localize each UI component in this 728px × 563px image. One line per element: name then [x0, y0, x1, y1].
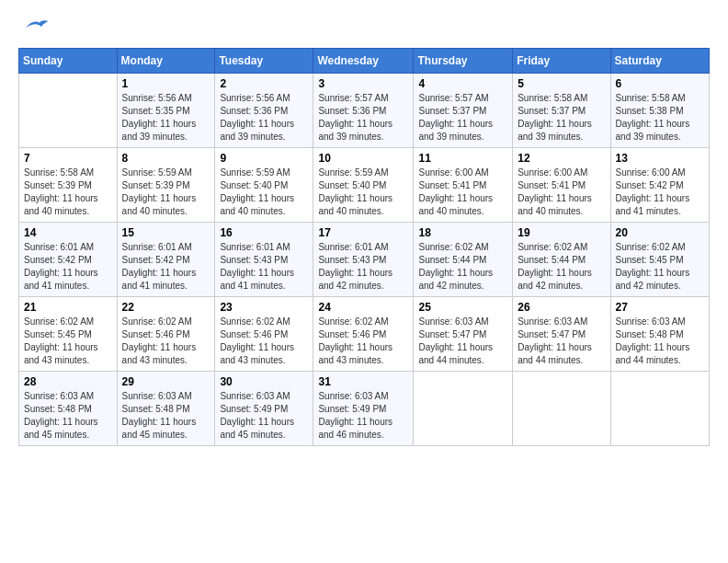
calendar-cell: 13 Sunrise: 6:00 AMSunset: 5:42 PMDaylig…: [610, 148, 709, 223]
day-info: Sunrise: 6:01 AMSunset: 5:42 PMDaylight:…: [24, 241, 112, 293]
day-number: 10: [318, 152, 408, 165]
day-number: 19: [518, 226, 605, 239]
calendar-cell: 29 Sunrise: 6:03 AMSunset: 5:48 PMDaylig…: [117, 372, 215, 446]
calendar-cell: 23 Sunrise: 6:02 AMSunset: 5:46 PMDaylig…: [215, 297, 313, 372]
day-info: Sunrise: 6:03 AMSunset: 5:49 PMDaylight:…: [318, 390, 408, 442]
day-info: Sunrise: 5:57 AMSunset: 5:37 PMDaylight:…: [418, 92, 507, 144]
day-number: 11: [418, 152, 507, 165]
day-info: Sunrise: 6:03 AMSunset: 5:48 PMDaylight:…: [122, 390, 210, 442]
calendar-cell: 2 Sunrise: 5:56 AMSunset: 5:36 PMDayligh…: [215, 74, 313, 148]
calendar-cell: 20 Sunrise: 6:02 AMSunset: 5:45 PMDaylig…: [610, 223, 709, 297]
day-number: 20: [616, 226, 704, 239]
day-number: 8: [122, 152, 210, 165]
calendar-cell: 17 Sunrise: 6:01 AMSunset: 5:43 PMDaylig…: [313, 223, 414, 297]
day-number: 21: [24, 301, 112, 314]
calendar-cell: 16 Sunrise: 6:01 AMSunset: 5:43 PMDaylig…: [215, 223, 313, 297]
day-info: Sunrise: 5:57 AMSunset: 5:36 PMDaylight:…: [318, 92, 408, 144]
day-info: Sunrise: 6:00 AMSunset: 5:41 PMDaylight:…: [518, 167, 605, 218]
header-sunday: Sunday: [19, 49, 118, 74]
day-number: 18: [418, 226, 507, 239]
day-info: Sunrise: 5:58 AMSunset: 5:38 PMDaylight:…: [616, 92, 704, 144]
day-number: 29: [122, 375, 210, 388]
day-number: 3: [318, 77, 408, 90]
day-info: Sunrise: 6:02 AMSunset: 5:46 PMDaylight:…: [220, 316, 308, 367]
day-info: Sunrise: 6:03 AMSunset: 5:47 PMDaylight:…: [418, 316, 507, 367]
header-monday: Monday: [117, 49, 215, 74]
calendar-week-row: 7 Sunrise: 5:58 AMSunset: 5:39 PMDayligh…: [19, 148, 710, 223]
day-number: 25: [418, 301, 507, 314]
day-number: 16: [220, 226, 308, 239]
day-info: Sunrise: 6:03 AMSunset: 5:48 PMDaylight:…: [616, 316, 704, 367]
day-number: 30: [220, 375, 308, 388]
day-number: 14: [24, 226, 112, 239]
calendar-cell: 3 Sunrise: 5:57 AMSunset: 5:36 PMDayligh…: [313, 74, 414, 148]
day-number: 26: [518, 301, 605, 314]
calendar-week-row: 28 Sunrise: 6:03 AMSunset: 5:48 PMDaylig…: [19, 372, 710, 446]
logo-bird-icon: [22, 16, 50, 32]
calendar-cell: 11 Sunrise: 6:00 AMSunset: 5:41 PMDaylig…: [414, 148, 513, 223]
day-number: 2: [220, 77, 308, 90]
day-number: 9: [220, 152, 308, 165]
calendar-cell: 7 Sunrise: 5:58 AMSunset: 5:39 PMDayligh…: [19, 148, 118, 223]
day-number: 6: [616, 77, 704, 90]
calendar-cell: 22 Sunrise: 6:02 AMSunset: 5:46 PMDaylig…: [117, 297, 215, 372]
calendar-cell: 8 Sunrise: 5:59 AMSunset: 5:39 PMDayligh…: [117, 148, 215, 223]
calendar-cell: 31 Sunrise: 6:03 AMSunset: 5:49 PMDaylig…: [313, 372, 414, 446]
day-info: Sunrise: 5:56 AMSunset: 5:35 PMDaylight:…: [122, 92, 210, 144]
calendar-cell: 25 Sunrise: 6:03 AMSunset: 5:47 PMDaylig…: [414, 297, 513, 372]
calendar-cell: 30 Sunrise: 6:03 AMSunset: 5:49 PMDaylig…: [215, 372, 313, 446]
day-info: Sunrise: 6:03 AMSunset: 5:47 PMDaylight:…: [518, 316, 605, 367]
calendar-cell: 9 Sunrise: 5:59 AMSunset: 5:40 PMDayligh…: [215, 148, 313, 223]
calendar-cell: 21 Sunrise: 6:02 AMSunset: 5:45 PMDaylig…: [19, 297, 118, 372]
day-info: Sunrise: 6:01 AMSunset: 5:42 PMDaylight:…: [122, 241, 210, 293]
day-info: Sunrise: 6:02 AMSunset: 5:45 PMDaylight:…: [24, 316, 112, 367]
day-number: 23: [220, 301, 308, 314]
day-info: Sunrise: 6:02 AMSunset: 5:45 PMDaylight:…: [616, 241, 704, 293]
calendar-cell: 5 Sunrise: 5:58 AMSunset: 5:37 PMDayligh…: [513, 74, 610, 148]
calendar-cell: 4 Sunrise: 5:57 AMSunset: 5:37 PMDayligh…: [414, 74, 513, 148]
day-info: Sunrise: 6:00 AMSunset: 5:42 PMDaylight:…: [616, 167, 704, 218]
day-info: Sunrise: 6:02 AMSunset: 5:44 PMDaylight:…: [418, 241, 507, 293]
day-number: 27: [616, 301, 704, 314]
calendar-cell: 26 Sunrise: 6:03 AMSunset: 5:47 PMDaylig…: [513, 297, 610, 372]
day-number: 1: [122, 77, 210, 90]
day-number: 12: [518, 152, 605, 165]
calendar-cell: 19 Sunrise: 6:02 AMSunset: 5:44 PMDaylig…: [513, 223, 610, 297]
day-info: Sunrise: 6:02 AMSunset: 5:46 PMDaylight:…: [318, 316, 408, 367]
calendar-cell: 14 Sunrise: 6:01 AMSunset: 5:42 PMDaylig…: [19, 223, 118, 297]
day-info: Sunrise: 5:58 AMSunset: 5:37 PMDaylight:…: [518, 92, 605, 144]
day-info: Sunrise: 5:59 AMSunset: 5:40 PMDaylight:…: [220, 167, 308, 218]
calendar-cell: 24 Sunrise: 6:02 AMSunset: 5:46 PMDaylig…: [313, 297, 414, 372]
day-number: 13: [616, 152, 704, 165]
calendar-cell: 6 Sunrise: 5:58 AMSunset: 5:38 PMDayligh…: [610, 74, 709, 148]
day-number: 7: [24, 152, 112, 165]
calendar-cell: [414, 372, 513, 446]
day-info: Sunrise: 6:02 AMSunset: 5:46 PMDaylight:…: [122, 316, 210, 367]
day-info: Sunrise: 5:59 AMSunset: 5:40 PMDaylight:…: [318, 167, 408, 218]
calendar-week-row: 1 Sunrise: 5:56 AMSunset: 5:35 PMDayligh…: [19, 74, 710, 148]
header-thursday: Thursday: [414, 49, 513, 74]
calendar-cell: [19, 74, 118, 148]
day-number: 22: [122, 301, 210, 314]
day-info: Sunrise: 5:58 AMSunset: 5:39 PMDaylight:…: [24, 167, 112, 218]
day-info: Sunrise: 6:01 AMSunset: 5:43 PMDaylight:…: [318, 241, 408, 293]
logo: [18, 18, 50, 39]
day-info: Sunrise: 5:59 AMSunset: 5:39 PMDaylight:…: [122, 167, 210, 218]
header-tuesday: Tuesday: [215, 49, 313, 74]
day-info: Sunrise: 6:03 AMSunset: 5:49 PMDaylight:…: [220, 390, 308, 442]
day-number: 5: [518, 77, 605, 90]
day-info: Sunrise: 6:02 AMSunset: 5:44 PMDaylight:…: [518, 241, 605, 293]
header-saturday: Saturday: [610, 49, 709, 74]
header-wednesday: Wednesday: [313, 49, 414, 74]
day-number: 28: [24, 375, 112, 388]
calendar-cell: 28 Sunrise: 6:03 AMSunset: 5:48 PMDaylig…: [19, 372, 118, 446]
calendar-cell: 1 Sunrise: 5:56 AMSunset: 5:35 PMDayligh…: [117, 74, 215, 148]
day-number: 4: [418, 77, 507, 90]
calendar-cell: 12 Sunrise: 6:00 AMSunset: 5:41 PMDaylig…: [513, 148, 610, 223]
day-number: 17: [318, 226, 408, 239]
calendar-cell: [513, 372, 610, 446]
calendar-cell: 18 Sunrise: 6:02 AMSunset: 5:44 PMDaylig…: [414, 223, 513, 297]
page-header: [18, 18, 710, 39]
header-friday: Friday: [513, 49, 610, 74]
calendar-week-row: 21 Sunrise: 6:02 AMSunset: 5:45 PMDaylig…: [19, 297, 710, 372]
